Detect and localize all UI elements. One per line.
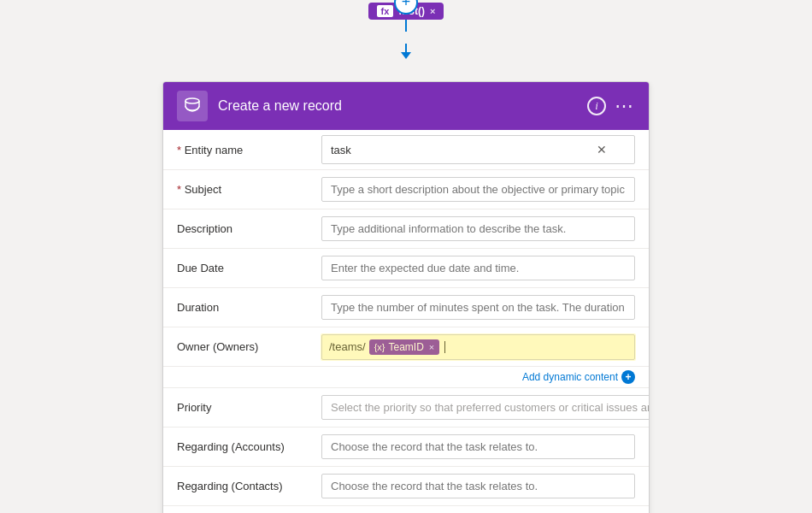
entity-name-row: Entity name task ✕ xyxy=(163,130,649,170)
add-dynamic-label: Add dynamic content xyxy=(522,371,618,383)
top-area: fx first() × + xyxy=(0,0,812,81)
create-record-card: Create a new record i ⋯ Entity name task… xyxy=(162,81,650,513)
entity-name-value: task xyxy=(331,144,351,156)
regarding-accounts-label: Regarding (Accounts) xyxy=(163,437,321,457)
regarding-knowledge-row: Regarding (Knowled… xyxy=(163,506,649,513)
duration-input[interactable] xyxy=(321,295,635,320)
vert-line xyxy=(405,20,407,32)
arrow-down-icon xyxy=(401,52,411,59)
duration-row: Duration xyxy=(163,288,649,327)
subject-input[interactable] xyxy=(321,177,635,202)
regarding-contacts-input[interactable] xyxy=(321,474,635,498)
due-date-row: Due Date xyxy=(163,249,649,288)
priority-dropdown[interactable]: Select the priority so that preferred cu… xyxy=(321,395,650,420)
team-id-close-icon[interactable]: × xyxy=(429,342,434,352)
due-date-input[interactable] xyxy=(321,256,635,280)
subject-label: Subject xyxy=(163,180,321,199)
priority-input-wrapper: Select the priority so that preferred cu… xyxy=(321,395,650,420)
priority-row: Priority Select the priority so that pre… xyxy=(163,388,649,428)
due-date-input-wrapper xyxy=(321,256,635,280)
dynamic-tag-icon: {x} xyxy=(374,342,385,352)
entity-name-field[interactable]: task ✕ xyxy=(321,135,635,164)
description-input-wrapper xyxy=(321,216,635,241)
entity-name-label: Entity name xyxy=(163,140,321,160)
owner-field[interactable]: /teams/ {x} TeamID × xyxy=(321,334,635,360)
subject-input-wrapper xyxy=(321,177,635,202)
regarding-accounts-row: Regarding (Accounts) xyxy=(163,428,649,467)
card-header: Create a new record i ⋯ xyxy=(163,82,649,130)
description-label: Description xyxy=(163,219,321,239)
regarding-accounts-wrapper xyxy=(321,434,635,459)
add-dynamic-row: Add dynamic content + xyxy=(163,367,649,388)
regarding-contacts-label: Regarding (Contacts) xyxy=(163,476,321,496)
card-header-actions: i ⋯ xyxy=(587,95,635,117)
description-row: Description xyxy=(163,209,649,249)
card-title: Create a new record xyxy=(218,98,577,114)
team-id-tag[interactable]: {x} TeamID × xyxy=(369,339,440,355)
svg-point-0 xyxy=(185,98,199,103)
regarding-accounts-input[interactable] xyxy=(321,434,635,459)
owner-label: Owner (Owners) xyxy=(163,337,321,357)
tag-fx-label: fx xyxy=(377,5,394,17)
priority-placeholder: Select the priority so that preferred cu… xyxy=(331,401,650,414)
add-dynamic-content-button[interactable]: Add dynamic content + xyxy=(522,370,635,384)
owner-prefix: /teams/ xyxy=(329,340,366,353)
tag-close-icon[interactable]: × xyxy=(430,6,435,16)
connector-top: + xyxy=(401,20,411,59)
subject-row: Subject xyxy=(163,170,649,209)
owner-input-wrapper: /teams/ {x} TeamID × xyxy=(321,334,635,360)
priority-label: Priority xyxy=(163,398,321,417)
entity-name-input-wrapper: task ✕ xyxy=(321,135,635,164)
team-id-label: TeamID xyxy=(388,341,423,353)
vert-line-bottom xyxy=(405,44,407,52)
due-date-label: Due Date xyxy=(163,258,321,278)
regarding-contacts-row: Regarding (Contacts) xyxy=(163,467,649,506)
description-input[interactable] xyxy=(321,216,635,241)
info-icon[interactable]: i xyxy=(587,97,606,115)
more-options-icon[interactable]: ⋯ xyxy=(615,95,635,117)
duration-label: Duration xyxy=(163,298,321,317)
add-dynamic-plus-icon: + xyxy=(621,370,635,384)
duration-input-wrapper xyxy=(321,295,635,320)
regarding-contacts-wrapper xyxy=(321,474,635,498)
card-body: Entity name task ✕ Subject Description xyxy=(163,130,649,513)
owner-row: Owner (Owners) /teams/ {x} TeamID × xyxy=(163,327,649,367)
database-icon xyxy=(177,91,208,121)
entity-name-clear-icon[interactable]: ✕ xyxy=(595,141,609,158)
cursor xyxy=(444,341,445,353)
